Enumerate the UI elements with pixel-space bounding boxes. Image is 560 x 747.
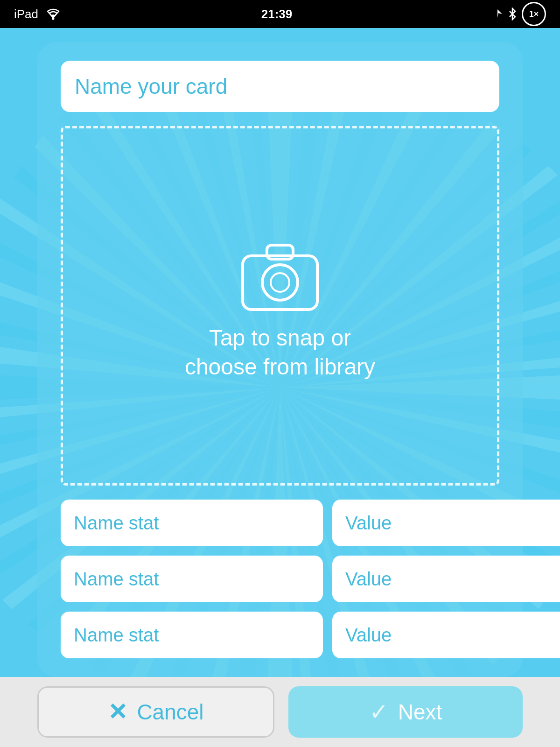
status-right: 1× (492, 2, 546, 26)
status-bar: iPad 21:39 1× (0, 0, 560, 28)
stat-value-input-1[interactable] (332, 500, 560, 546)
check-icon: ✓ (369, 698, 389, 726)
carrier-text: iPad (14, 7, 38, 21)
camera-icon (233, 230, 327, 314)
location-icon (492, 8, 503, 20)
next-label: Next (398, 699, 442, 725)
status-left: iPad (14, 7, 62, 21)
bottom-bar: ✕ Cancel ✓ Next (0, 677, 560, 747)
status-time: 21:39 (261, 7, 293, 21)
bluetooth-icon (508, 7, 517, 21)
stat-value-input-2[interactable] (332, 556, 560, 602)
main-area: .ray { fill: #7dddf5; opacity: 0.5; } .r… (0, 28, 560, 747)
svg-point-0 (52, 18, 55, 20)
battery-indicator: 1× (522, 2, 546, 26)
x-icon: ✕ (108, 698, 127, 726)
svg-point-65 (262, 265, 298, 300)
stats-area (61, 500, 499, 658)
card-container: Tap to snap or choose from library (37, 42, 523, 677)
cancel-label: Cancel (137, 699, 203, 725)
stat-name-input-2[interactable] (61, 556, 323, 602)
cancel-button[interactable]: ✕ Cancel (37, 686, 274, 738)
stat-name-input-1[interactable] (61, 500, 323, 546)
stat-row-2 (61, 556, 499, 602)
stat-row-3 (61, 612, 499, 658)
stat-row-1 (61, 500, 499, 546)
svg-point-66 (271, 273, 289, 292)
stat-value-input-3[interactable] (332, 612, 560, 658)
card-name-input[interactable] (61, 61, 499, 112)
tap-text: Tap to snap or choose from library (185, 324, 375, 382)
photo-upload-area[interactable]: Tap to snap or choose from library (61, 126, 499, 486)
next-button[interactable]: ✓ Next (288, 686, 523, 738)
stat-name-input-3[interactable] (61, 612, 323, 658)
wifi-icon (45, 7, 62, 21)
